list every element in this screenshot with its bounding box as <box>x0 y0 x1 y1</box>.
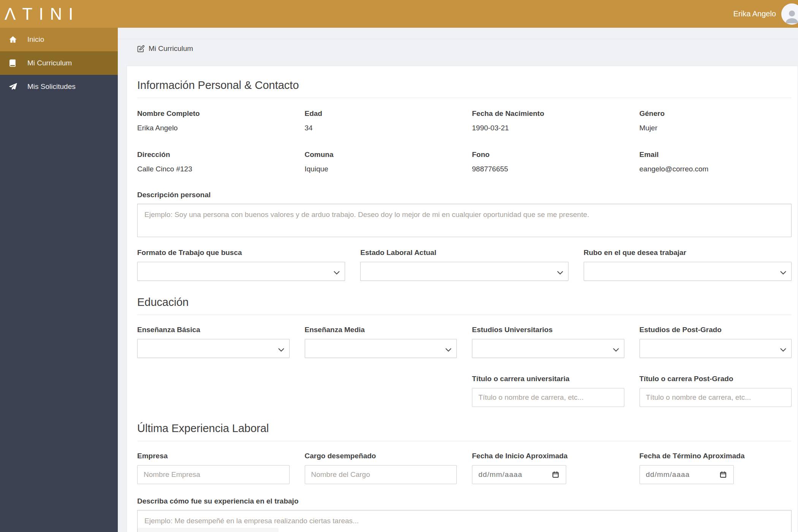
field-value: Iquique <box>305 165 457 173</box>
titulo-postgrado-input[interactable] <box>640 388 792 407</box>
descripcion-personal-label: Descripción personal <box>137 191 792 199</box>
titulo-postgrado-label: Título o carrera Post-Grado <box>640 375 792 383</box>
avatar[interactable] <box>781 3 798 25</box>
breadcrumb-label: Mi Curriculum <box>149 44 193 53</box>
chevron-down-icon <box>334 269 340 276</box>
estudios-universitarios-label: Estudios Universitarios <box>472 326 624 334</box>
education-titles-grid: Título o carrera universitaria Título o … <box>137 375 792 407</box>
top-header: ΛTINI Erika Angelo <box>0 0 798 28</box>
field-label: Fono <box>472 150 624 159</box>
field-direccion: Dirección Calle Cinco #123 <box>137 150 290 173</box>
estudios-postgrado-label: Estudios de Post-Grado <box>640 326 792 334</box>
cargo-input[interactable] <box>305 465 457 484</box>
fecha-termino-field: Fecha de Término Aproximada dd/mm/aaaa <box>640 452 792 484</box>
field-value: 1990-03-21 <box>472 124 624 132</box>
breadcrumb[interactable]: Mi Curriculum <box>118 28 798 53</box>
empresa-input[interactable] <box>137 465 290 484</box>
book-icon <box>8 59 17 67</box>
paper-plane-icon <box>8 82 17 91</box>
fecha-termino-date-input[interactable]: dd/mm/aaaa <box>640 465 734 484</box>
fecha-inicio-date-input[interactable]: dd/mm/aaaa <box>472 465 566 484</box>
sidebar-item-mi-curriculum[interactable]: Mi Curriculum <box>0 51 118 75</box>
calendar-icon[interactable] <box>552 471 559 478</box>
field-value: Erika Angelo <box>137 124 290 132</box>
sidebar: Inicio Mi Curriculum Mis Solicitudes <box>0 28 118 532</box>
chevron-down-icon <box>613 347 619 353</box>
estado-laboral-label: Estado Laboral Actual <box>360 249 568 257</box>
field-value: eangelo@correo.com <box>640 165 792 173</box>
titulo-postgrado-field: Título o carrera Post-Grado <box>640 375 792 407</box>
date-format-text: dd/mm/aaaa <box>646 470 690 479</box>
sidebar-item-mis-solicitudes[interactable]: Mis Solicitudes <box>0 75 118 98</box>
experiencia-descripcion-label: Describa cómo fue su experiencia en el t… <box>137 497 792 505</box>
experiencia-descripcion-block: Describa cómo fue su experiencia en el t… <box>137 497 792 532</box>
field-label: Dirección <box>137 150 290 159</box>
empresa-label: Empresa <box>137 452 290 460</box>
section-title-educacion: Educación <box>137 296 792 315</box>
field-value: 34 <box>305 124 457 132</box>
user-zone: Erika Angelo <box>733 3 798 25</box>
edit-icon <box>137 45 145 53</box>
fecha-inicio-label: Fecha de Inicio Aproximada <box>472 452 624 460</box>
field-nombre-completo: Nombre Completo Erika Angelo <box>137 109 290 132</box>
sidebar-item-label: Mi Curriculum <box>27 59 72 67</box>
section-title-personal: Información Personal & Contacto <box>137 79 792 98</box>
estudios-universitarios-select[interactable] <box>472 339 624 358</box>
date-format-text: dd/mm/aaaa <box>478 470 522 479</box>
field-label: Edad <box>305 109 457 118</box>
formato-trabajo-select[interactable] <box>137 262 345 281</box>
section-title-experiencia: Última Experiencia Laboral <box>137 422 792 441</box>
field-fono: Fono 988776655 <box>472 150 624 173</box>
ensenanza-basica-select[interactable] <box>137 339 290 358</box>
sidebar-item-label: Mis Solicitudes <box>27 82 76 91</box>
home-icon <box>8 35 17 44</box>
titulo-universitario-input[interactable] <box>472 388 624 407</box>
curriculum-form-card: Información Personal & Contacto Nombre C… <box>127 66 798 532</box>
cargo-field: Cargo desempeñado <box>305 452 457 484</box>
main-content: Mi Curriculum Información Personal & Con… <box>118 28 798 532</box>
fecha-termino-label: Fecha de Término Aproximada <box>640 452 792 460</box>
submit-button-cutoff[interactable] <box>137 528 279 532</box>
work-preference-grid: Formato de Trabajo que busca Estado Labo… <box>137 249 792 281</box>
ensenanza-media-field: Enseñanza Media <box>305 326 457 358</box>
field-genero: Género Mujer <box>640 109 792 132</box>
field-email: Email eangelo@correo.com <box>640 150 792 173</box>
field-value: Mujer <box>640 124 792 132</box>
sidebar-item-inicio[interactable]: Inicio <box>0 28 118 51</box>
user-name: Erika Angelo <box>733 10 776 18</box>
field-label: Comuna <box>305 150 457 159</box>
education-selects-grid: Enseñanza Básica Enseñanza Media <box>137 326 792 358</box>
formato-trabajo-field: Formato de Trabajo que busca <box>137 249 345 281</box>
empresa-field: Empresa <box>137 452 290 484</box>
ensenanza-media-label: Enseñanza Media <box>305 326 457 334</box>
experience-grid: Empresa Cargo desempeñado Fecha de Inici… <box>137 452 792 484</box>
ensenanza-basica-label: Enseñanza Básica <box>137 326 290 334</box>
field-comuna: Comuna Iquique <box>305 150 457 173</box>
formato-trabajo-label: Formato de Trabajo que busca <box>137 249 345 257</box>
person-icon <box>783 7 798 25</box>
field-fecha-nacimiento: Fecha de Nacimiento 1990-03-21 <box>472 109 624 132</box>
calendar-icon[interactable] <box>719 471 727 478</box>
estudios-universitarios-field: Estudios Universitarios <box>472 326 624 358</box>
descripcion-personal-textarea[interactable] <box>137 204 792 237</box>
chevron-down-icon <box>445 347 451 353</box>
titulo-universitario-field: Título o carrera universitaria <box>472 375 624 407</box>
chevron-down-icon <box>780 347 786 353</box>
estudios-postgrado-select[interactable] <box>640 339 792 358</box>
ensenanza-media-select[interactable] <box>305 339 457 358</box>
field-label: Email <box>640 150 792 159</box>
field-edad: Edad 34 <box>305 109 457 132</box>
rubo-select[interactable] <box>584 262 792 281</box>
fecha-inicio-field: Fecha de Inicio Aproximada dd/mm/aaaa <box>472 452 624 484</box>
estado-laboral-field: Estado Laboral Actual <box>360 249 568 281</box>
chevron-down-icon <box>780 269 786 276</box>
sidebar-item-label: Inicio <box>27 35 44 44</box>
field-value: 988776655 <box>472 165 624 173</box>
field-label: Fecha de Nacimiento <box>472 109 624 118</box>
field-value: Calle Cinco #123 <box>137 165 290 173</box>
estado-laboral-select[interactable] <box>360 262 568 281</box>
brand-logo: ΛTINI <box>0 0 80 28</box>
personal-info-grid: Nombre Completo Erika Angelo Edad 34 Fec… <box>137 109 792 173</box>
chevron-down-icon <box>557 269 563 276</box>
descripcion-personal-block: Descripción personal <box>137 191 792 237</box>
